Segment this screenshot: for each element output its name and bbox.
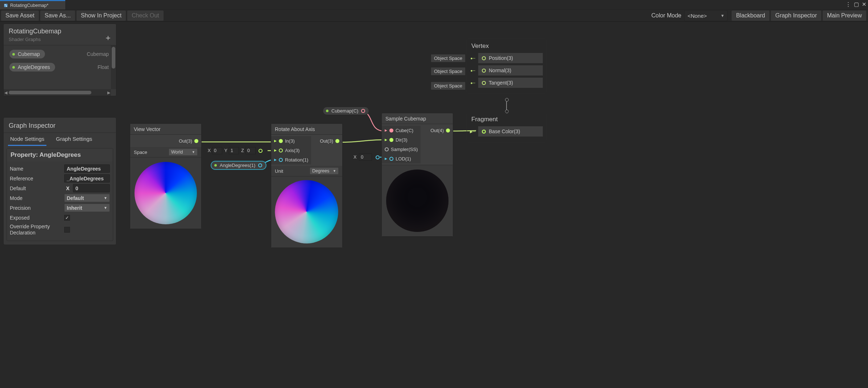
property-name: AngleDegrees (18, 64, 50, 70)
exposed-checkbox[interactable]: ✓ (64, 215, 70, 221)
scroll-left-icon[interactable]: ◀ (4, 90, 7, 95)
port-label: Rotation(1) (285, 157, 308, 163)
property-dot-icon (12, 66, 15, 69)
port-in[interactable]: ▶ In(3) (271, 136, 311, 146)
port-label: Sampler(SS) (391, 147, 418, 152)
node-sample-cubemap[interactable]: Sample Cubemap ▶ Cube(C) ▶ Dir(3) Sample… (381, 113, 453, 237)
param-unit-value: Degrees (312, 168, 329, 173)
slot-base-color[interactable]: Base Color(3) (478, 126, 543, 137)
add-property-button[interactable]: ＋ (104, 34, 112, 41)
label-override: Override Property Declaration (10, 224, 64, 236)
maximize-icon[interactable]: ▢ (854, 1, 859, 8)
property-pill[interactable]: Cubemap (9, 50, 45, 58)
port-ring-icon (361, 109, 365, 113)
graph-canvas[interactable]: RotatingCubemap Shader Graphs ＋ Cubemap … (0, 23, 868, 388)
color-mode-value: <None> (687, 13, 707, 19)
property-node-label: AngleDegrees(1) (220, 163, 255, 168)
override-checkbox[interactable] (64, 227, 70, 233)
port-label: Out(3) (179, 138, 192, 144)
slot-label: Base Color(3) (489, 128, 520, 134)
port-label: Cube(C) (396, 128, 413, 133)
node-preview (271, 176, 342, 248)
port-axis[interactable]: ▶ Axis(3) (271, 146, 311, 155)
chevron-down-icon: ▼ (333, 169, 336, 173)
param-space-dropdown[interactable]: World ▼ (169, 148, 198, 156)
port-label: LOD(1) (396, 156, 411, 162)
space-tag: Object Space (431, 82, 466, 90)
port-rotation[interactable]: ▶ Rotation(1) (271, 155, 311, 164)
main-preview-toggle[interactable]: Main Preview (822, 10, 867, 21)
vertical-scrollbar[interactable] (111, 45, 116, 89)
tab-graph-settings[interactable]: Graph Settings (54, 133, 94, 146)
overflow-menu-icon[interactable]: ⋮ (846, 1, 851, 8)
slot-tangent[interactable]: Tangent(3) (478, 77, 543, 88)
mode-dropdown[interactable]: Default ▼ (64, 194, 110, 202)
slot-normal[interactable]: Normal(3) (478, 65, 543, 76)
port-out[interactable]: Out(3) (317, 136, 342, 146)
close-icon[interactable]: ✕ (862, 1, 867, 8)
chevron-down-icon: ▼ (104, 206, 107, 210)
tab-node-settings[interactable]: Node Settings (8, 133, 46, 146)
precision-dropdown[interactable]: Inherit ▼ (64, 204, 110, 212)
name-field[interactable]: AngleDegrees (64, 164, 110, 173)
port-out[interactable]: Out(3) (176, 136, 201, 146)
axis-y-label: Y (223, 148, 229, 153)
axis-x-label: X (206, 148, 212, 153)
property-row[interactable]: Cubemap Cubemap (4, 48, 116, 61)
save-as-button[interactable]: Save As... (40, 10, 75, 21)
node-view-vector[interactable]: View Vector Out(3) Space World ▼ (130, 123, 202, 229)
property-type: Float (98, 64, 109, 70)
property-type: Cubemap (87, 51, 109, 57)
port-ring-icon (376, 155, 380, 159)
inspector-title: Graph Inspector (4, 118, 116, 133)
port-out[interactable]: Out(4) (427, 126, 453, 135)
property-node-angle[interactable]: AngleDegrees(1) (211, 161, 266, 170)
axis-vec3-input[interactable]: X0 Y1 Z0 (206, 147, 263, 154)
show-in-project-button[interactable]: Show In Project (76, 10, 126, 21)
graph-inspector-toggle[interactable]: Graph Inspector (770, 10, 822, 21)
node-rotate-about-axis[interactable]: Rotate About Axis ▶ In(3) ▶ Axis(3) ▶ Ro… (271, 123, 343, 248)
port-lod[interactable]: ▶ LOD(1) (382, 154, 421, 163)
chevron-down-icon: ▼ (192, 150, 195, 154)
label-mode: Mode (10, 195, 64, 201)
property-row[interactable]: AngleDegrees Float (4, 61, 116, 74)
default-value-field[interactable]: 0 (73, 184, 110, 192)
port-sampler[interactable]: Sampler(SS) (382, 144, 421, 154)
document-tab-title: RotatingCubemap* (10, 3, 49, 8)
master-vertex[interactable]: Vertex Object Space ●─ Position(3) Objec… (467, 38, 546, 94)
master-link (506, 100, 507, 111)
property-dot-icon (326, 110, 328, 112)
node-preview (382, 165, 453, 236)
slot-label: Position(3) (489, 55, 513, 61)
lod-x-label: X (352, 155, 357, 160)
port-label: Dir(3) (396, 137, 408, 143)
horizontal-scrollbar[interactable]: ◀ ▶ (4, 89, 111, 96)
color-mode-dropdown[interactable]: <None> ▼ (684, 10, 728, 21)
master-fragment[interactable]: Fragment ▶─ Base Color(3) (467, 112, 546, 142)
port-dir[interactable]: ▶ Dir(3) (382, 135, 421, 144)
property-pill[interactable]: AngleDegrees (9, 63, 55, 72)
blackboard-toggle[interactable]: Blackboard (731, 10, 770, 21)
axis-z-field[interactable]: 0 (245, 147, 256, 154)
port-cube[interactable]: ▶ Cube(C) (382, 126, 421, 135)
lod-float-input[interactable]: X 0 (352, 154, 380, 161)
graph-inspector-panel[interactable]: Graph Inspector Node Settings Graph Sett… (3, 117, 116, 245)
param-space-value: World (171, 150, 183, 155)
property-dot-icon (12, 53, 15, 56)
scroll-right-icon[interactable]: ▶ (107, 90, 110, 95)
label-precision: Precision (10, 205, 64, 211)
port-ring-icon (259, 149, 263, 153)
param-unit-dropdown[interactable]: Degrees ▼ (310, 167, 339, 175)
axis-x-field[interactable]: 0 (212, 147, 222, 154)
axis-y-field[interactable]: 1 (229, 147, 239, 154)
reference-field[interactable]: _AngleDegrees (64, 174, 110, 183)
port-label: Axis(3) (285, 148, 299, 153)
blackboard-panel[interactable]: RotatingCubemap Shader Graphs ＋ Cubemap … (3, 24, 116, 96)
lod-x-field[interactable]: 0 (359, 154, 372, 161)
property-node-cubemap[interactable]: Cubemap(C) (323, 107, 369, 115)
slot-position[interactable]: Position(3) (478, 53, 543, 64)
blackboard-title: RotatingCubemap (9, 28, 111, 35)
node-preview (130, 157, 201, 229)
save-asset-button[interactable]: Save Asset (1, 10, 39, 21)
document-tab[interactable]: RotatingCubemap* (0, 1, 52, 9)
